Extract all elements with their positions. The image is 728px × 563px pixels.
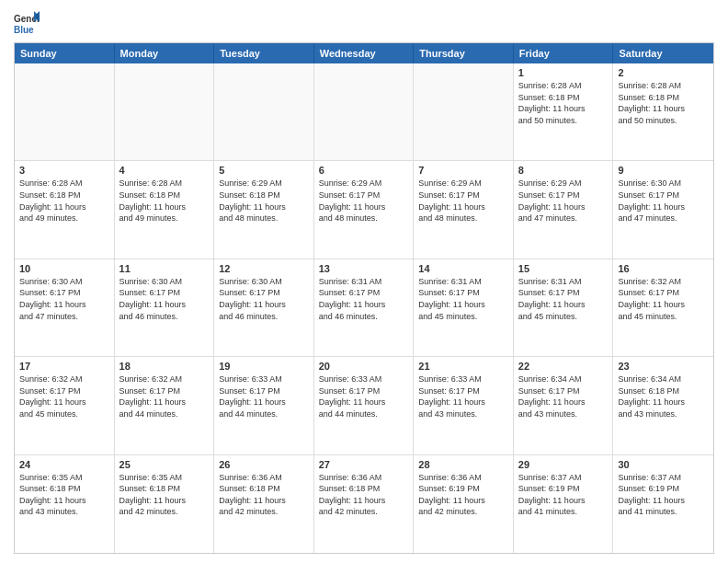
day-cell-21: 21Sunrise: 6:33 AM Sunset: 6:17 PM Dayli… xyxy=(414,357,514,454)
day-number: 2 xyxy=(618,67,709,78)
day-cell-27: 27Sunrise: 6:36 AM Sunset: 6:18 PM Dayli… xyxy=(314,455,415,553)
header-day-friday: Friday xyxy=(514,43,614,63)
logo: General Blue xyxy=(14,9,43,35)
header-day-saturday: Saturday xyxy=(613,43,713,63)
day-number: 3 xyxy=(19,165,109,176)
day-cell-17: 17Sunrise: 6:32 AM Sunset: 6:17 PM Dayli… xyxy=(15,357,115,454)
calendar-week-3: 10Sunrise: 6:30 AM Sunset: 6:17 PM Dayli… xyxy=(15,259,713,357)
calendar-week-4: 17Sunrise: 6:32 AM Sunset: 6:17 PM Dayli… xyxy=(15,357,713,454)
day-cell-18: 18Sunrise: 6:32 AM Sunset: 6:17 PM Dayli… xyxy=(115,357,215,454)
day-detail: Sunrise: 6:37 AM Sunset: 6:19 PM Dayligh… xyxy=(518,472,609,518)
calendar-week-2: 3Sunrise: 6:28 AM Sunset: 6:18 PM Daylig… xyxy=(15,161,713,259)
day-detail: Sunrise: 6:30 AM Sunset: 6:17 PM Dayligh… xyxy=(618,178,709,224)
day-number: 21 xyxy=(418,361,508,372)
day-detail: Sunrise: 6:28 AM Sunset: 6:18 PM Dayligh… xyxy=(518,80,609,126)
day-detail: Sunrise: 6:28 AM Sunset: 6:18 PM Dayligh… xyxy=(19,178,109,224)
empty-cell xyxy=(414,63,514,160)
day-cell-2: 2Sunrise: 6:28 AM Sunset: 6:18 PM Daylig… xyxy=(613,63,713,160)
day-number: 12 xyxy=(219,263,309,274)
day-cell-11: 11Sunrise: 6:30 AM Sunset: 6:17 PM Dayli… xyxy=(115,259,215,356)
logo-icon: General Blue xyxy=(14,9,40,35)
day-detail: Sunrise: 6:32 AM Sunset: 6:17 PM Dayligh… xyxy=(19,373,109,419)
day-detail: Sunrise: 6:33 AM Sunset: 6:17 PM Dayligh… xyxy=(219,373,309,419)
day-cell-14: 14Sunrise: 6:31 AM Sunset: 6:17 PM Dayli… xyxy=(414,259,514,356)
day-cell-5: 5Sunrise: 6:29 AM Sunset: 6:18 PM Daylig… xyxy=(214,161,314,258)
day-cell-12: 12Sunrise: 6:30 AM Sunset: 6:17 PM Dayli… xyxy=(214,259,314,356)
day-number: 9 xyxy=(618,165,709,176)
day-detail: Sunrise: 6:34 AM Sunset: 6:17 PM Dayligh… xyxy=(518,373,609,419)
day-cell-9: 9Sunrise: 6:30 AM Sunset: 6:17 PM Daylig… xyxy=(613,161,713,258)
day-detail: Sunrise: 6:32 AM Sunset: 6:17 PM Dayligh… xyxy=(119,373,210,419)
day-detail: Sunrise: 6:32 AM Sunset: 6:17 PM Dayligh… xyxy=(618,276,709,322)
day-detail: Sunrise: 6:31 AM Sunset: 6:17 PM Dayligh… xyxy=(418,276,508,322)
day-cell-1: 1Sunrise: 6:28 AM Sunset: 6:18 PM Daylig… xyxy=(514,63,614,160)
day-number: 14 xyxy=(418,263,508,274)
day-detail: Sunrise: 6:30 AM Sunset: 6:17 PM Dayligh… xyxy=(19,276,109,322)
day-detail: Sunrise: 6:37 AM Sunset: 6:19 PM Dayligh… xyxy=(618,472,709,518)
day-number: 28 xyxy=(418,459,508,470)
day-cell-7: 7Sunrise: 6:29 AM Sunset: 6:17 PM Daylig… xyxy=(414,161,514,258)
empty-cell xyxy=(314,63,415,160)
day-number: 26 xyxy=(219,459,309,470)
calendar-header: SundayMondayTuesdayWednesdayThursdayFrid… xyxy=(15,43,713,63)
day-cell-28: 28Sunrise: 6:36 AM Sunset: 6:19 PM Dayli… xyxy=(414,455,514,553)
day-cell-10: 10Sunrise: 6:30 AM Sunset: 6:17 PM Dayli… xyxy=(15,259,115,356)
day-cell-23: 23Sunrise: 6:34 AM Sunset: 6:18 PM Dayli… xyxy=(613,357,713,454)
day-number: 25 xyxy=(119,459,210,470)
day-cell-16: 16Sunrise: 6:32 AM Sunset: 6:17 PM Dayli… xyxy=(613,259,713,356)
day-detail: Sunrise: 6:36 AM Sunset: 6:19 PM Dayligh… xyxy=(418,472,508,518)
day-number: 29 xyxy=(518,459,609,470)
day-cell-29: 29Sunrise: 6:37 AM Sunset: 6:19 PM Dayli… xyxy=(514,455,614,553)
day-cell-8: 8Sunrise: 6:29 AM Sunset: 6:17 PM Daylig… xyxy=(514,161,614,258)
empty-cell xyxy=(15,63,115,160)
day-number: 23 xyxy=(618,361,709,372)
calendar-week-1: 1Sunrise: 6:28 AM Sunset: 6:18 PM Daylig… xyxy=(15,63,713,161)
day-cell-15: 15Sunrise: 6:31 AM Sunset: 6:17 PM Dayli… xyxy=(514,259,614,356)
day-number: 19 xyxy=(219,361,309,372)
day-cell-19: 19Sunrise: 6:33 AM Sunset: 6:17 PM Dayli… xyxy=(214,357,314,454)
day-number: 18 xyxy=(119,361,210,372)
header-day-thursday: Thursday xyxy=(414,43,514,63)
calendar-week-5: 24Sunrise: 6:35 AM Sunset: 6:18 PM Dayli… xyxy=(15,455,713,553)
day-detail: Sunrise: 6:29 AM Sunset: 6:17 PM Dayligh… xyxy=(418,178,508,224)
header-day-sunday: Sunday xyxy=(15,43,115,63)
day-cell-26: 26Sunrise: 6:36 AM Sunset: 6:18 PM Dayli… xyxy=(214,455,314,553)
day-detail: Sunrise: 6:30 AM Sunset: 6:17 PM Dayligh… xyxy=(119,276,210,322)
day-cell-13: 13Sunrise: 6:31 AM Sunset: 6:17 PM Dayli… xyxy=(314,259,415,356)
day-cell-4: 4Sunrise: 6:28 AM Sunset: 6:18 PM Daylig… xyxy=(115,161,215,258)
day-number: 24 xyxy=(19,459,109,470)
day-number: 4 xyxy=(119,165,210,176)
day-number: 5 xyxy=(219,165,309,176)
header-day-tuesday: Tuesday xyxy=(214,43,314,63)
day-detail: Sunrise: 6:29 AM Sunset: 6:17 PM Dayligh… xyxy=(518,178,609,224)
day-number: 11 xyxy=(119,263,210,274)
day-number: 27 xyxy=(319,459,409,470)
day-cell-22: 22Sunrise: 6:34 AM Sunset: 6:17 PM Dayli… xyxy=(514,357,614,454)
page-header: General Blue xyxy=(14,9,714,35)
day-detail: Sunrise: 6:33 AM Sunset: 6:17 PM Dayligh… xyxy=(418,373,508,419)
day-detail: Sunrise: 6:33 AM Sunset: 6:17 PM Dayligh… xyxy=(319,373,409,419)
day-cell-24: 24Sunrise: 6:35 AM Sunset: 6:18 PM Dayli… xyxy=(15,455,115,553)
day-detail: Sunrise: 6:36 AM Sunset: 6:18 PM Dayligh… xyxy=(319,472,409,518)
day-number: 10 xyxy=(19,263,109,274)
day-number: 1 xyxy=(518,67,609,78)
day-cell-25: 25Sunrise: 6:35 AM Sunset: 6:18 PM Dayli… xyxy=(115,455,215,553)
svg-text:Blue: Blue xyxy=(14,25,34,35)
day-number: 20 xyxy=(319,361,409,372)
day-cell-6: 6Sunrise: 6:29 AM Sunset: 6:17 PM Daylig… xyxy=(314,161,415,258)
day-number: 30 xyxy=(618,459,709,470)
day-detail: Sunrise: 6:31 AM Sunset: 6:17 PM Dayligh… xyxy=(319,276,409,322)
day-cell-3: 3Sunrise: 6:28 AM Sunset: 6:18 PM Daylig… xyxy=(15,161,115,258)
day-detail: Sunrise: 6:35 AM Sunset: 6:18 PM Dayligh… xyxy=(119,472,210,518)
day-detail: Sunrise: 6:34 AM Sunset: 6:18 PM Dayligh… xyxy=(618,373,709,419)
header-day-wednesday: Wednesday xyxy=(314,43,415,63)
day-number: 7 xyxy=(418,165,508,176)
day-detail: Sunrise: 6:31 AM Sunset: 6:17 PM Dayligh… xyxy=(518,276,609,322)
header-day-monday: Monday xyxy=(115,43,215,63)
day-number: 8 xyxy=(518,165,609,176)
calendar: SundayMondayTuesdayWednesdayThursdayFrid… xyxy=(14,42,714,554)
calendar-body: 1Sunrise: 6:28 AM Sunset: 6:18 PM Daylig… xyxy=(15,63,713,553)
day-number: 6 xyxy=(319,165,409,176)
day-number: 16 xyxy=(618,263,709,274)
day-detail: Sunrise: 6:29 AM Sunset: 6:17 PM Dayligh… xyxy=(319,178,409,224)
